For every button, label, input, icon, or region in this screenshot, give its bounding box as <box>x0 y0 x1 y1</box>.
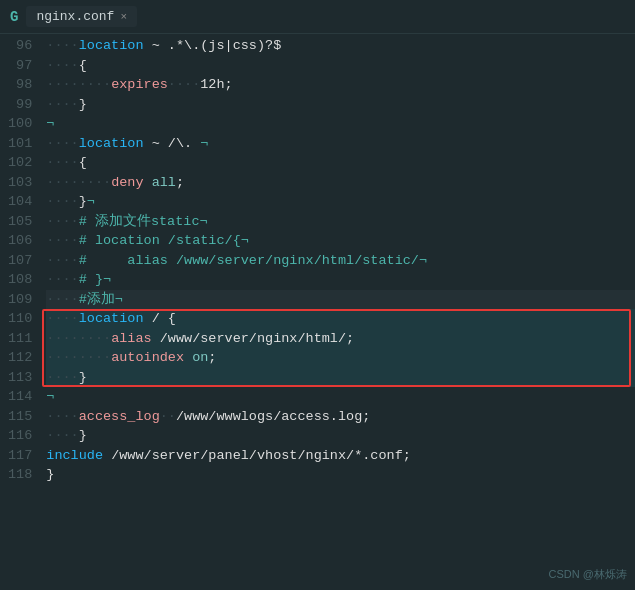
code-line-97: ···· { <box>46 56 635 76</box>
code-line-102: ···· { <box>46 153 635 173</box>
code-line-103: ········ deny all ; <box>46 173 635 193</box>
ln-114: 114 <box>8 387 32 407</box>
highlighted-block: ···· location / { ········ alias /www/se… <box>46 309 635 387</box>
ln-105: 105 <box>8 212 32 232</box>
code-line-104: ···· } ¬ <box>46 192 635 212</box>
code-area: ···· location ~ .*\.(js|css)?$ ···· { ··… <box>40 34 635 590</box>
code-line-110: ···· location / { <box>46 309 635 329</box>
title-bar: G nginx.conf × <box>0 0 635 34</box>
ln-100: 100 <box>8 114 32 134</box>
line-numbers: 96 97 98 99 100 101 102 103 104 105 106 … <box>0 34 40 590</box>
code-line-100: ¬ <box>46 114 635 134</box>
code-line-115: ···· access_log ·· /www/wwwlogs/access.l… <box>46 407 635 427</box>
ln-110: 110 <box>8 309 32 329</box>
ln-113: 113 <box>8 368 32 388</box>
code-line-117: include /www/server/panel/vhost/nginx/*.… <box>46 446 635 466</box>
ln-107: 107 <box>8 251 32 271</box>
filename: nginx.conf <box>36 9 114 24</box>
ln-102: 102 <box>8 153 32 173</box>
ln-118: 118 <box>8 465 32 485</box>
ln-96: 96 <box>8 36 32 56</box>
editor-icon: G <box>10 9 18 25</box>
file-tab[interactable]: nginx.conf × <box>26 6 137 27</box>
code-line-101: ···· location ~ /\. ¬ <box>46 134 635 154</box>
editor-window: G nginx.conf × 96 97 98 99 100 101 102 1… <box>0 0 635 590</box>
ln-103: 103 <box>8 173 32 193</box>
code-line-96: ···· location ~ .*\.(js|css)?$ <box>46 36 635 56</box>
code-line-106: ···· # location /static/{¬ <box>46 231 635 251</box>
watermark: CSDN @林烁涛 <box>549 567 627 582</box>
ln-108: 108 <box>8 270 32 290</box>
code-line-116: ···· } <box>46 426 635 446</box>
ln-104: 104 <box>8 192 32 212</box>
ln-109: 109 <box>8 290 32 310</box>
code-line-108: ···· # }¬ <box>46 270 635 290</box>
code-line-112: ········ autoindex on ; <box>46 348 635 368</box>
close-tab-button[interactable]: × <box>120 11 127 23</box>
code-line-111: ········ alias /www/server/nginx/html/ ; <box>46 329 635 349</box>
dots: ···· <box>46 36 78 56</box>
ln-99: 99 <box>8 95 32 115</box>
ln-112: 112 <box>8 348 32 368</box>
ln-98: 98 <box>8 75 32 95</box>
ln-115: 115 <box>8 407 32 427</box>
code-line-107: ···· # alias /www/server/nginx/html/stat… <box>46 251 635 271</box>
ln-117: 117 <box>8 446 32 466</box>
code-line-113: ···· } <box>46 368 635 388</box>
ln-106: 106 <box>8 231 32 251</box>
code-line-114: ¬ <box>46 387 635 407</box>
code-line-98: ········ expires ···· 12h ; <box>46 75 635 95</box>
code-line-109: ···· #添加¬ <box>46 290 635 310</box>
ln-97: 97 <box>8 56 32 76</box>
editor-body: 96 97 98 99 100 101 102 103 104 105 106 … <box>0 34 635 590</box>
ln-101: 101 <box>8 134 32 154</box>
code-line-105: ···· # 添加文件static¬ <box>46 212 635 232</box>
ln-111: 111 <box>8 329 32 349</box>
code-line-118: } <box>46 465 635 485</box>
code-line-99: ···· } <box>46 95 635 115</box>
ln-116: 116 <box>8 426 32 446</box>
